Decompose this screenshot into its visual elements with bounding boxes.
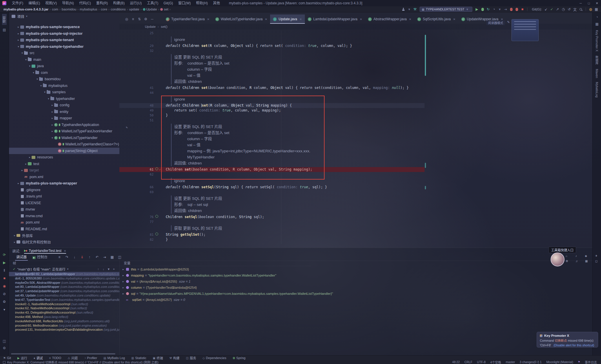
stop-button[interactable]: ■ — [520, 7, 525, 11]
history-icon[interactable]: ◷ — [560, 7, 566, 11]
project-panel-header[interactable]: 项目 ▾ — [9, 12, 119, 20]
stack-frame[interactable]: set:49, Update (com.baomidou.mybatisplus… — [9, 293, 119, 298]
bookmarks-icon[interactable]: ▤ — [0, 28, 9, 32]
menu-代码(C)[interactable]: 代码(C) — [77, 0, 94, 6]
close-icon[interactable]: ✕ — [409, 18, 411, 21]
step-into-icon[interactable]: ↓ — [71, 255, 78, 259]
pencil-icon[interactable]: ✎ — [507, 20, 510, 24]
chevron-down-icon[interactable]: ▾ — [406, 7, 412, 11]
tab-WalletListTypeHandler.java[interactable]: CWalletListTypeHandler.java✕ — [212, 14, 270, 24]
code-line-76[interactable]: 76Children setSql(boolean condition, Str… — [119, 215, 425, 220]
code-editor[interactable]: 25ignore29default Children set(R column,… — [119, 30, 592, 248]
stack-frame[interactable]: invoke:43, DelegatingMethodAccessorImpl … — [9, 310, 119, 315]
code-line-29[interactable]: 29default Children set(R column, Object … — [119, 43, 425, 48]
rollback-icon[interactable]: ↺ — [566, 7, 572, 11]
menu-帮助(H)[interactable]: 帮助(H) — [193, 0, 210, 6]
step-over-icon[interactable]: ↷ — [63, 255, 71, 259]
tree-item-com[interactable]: ▾com — [9, 69, 119, 76]
stack-frame[interactable]: test:47, TypeHandlerTest (com.baomidou.m… — [9, 298, 119, 302]
tree-item-samples[interactable]: ▾samples — [9, 89, 119, 96]
toolwindow-button-服务[interactable]: ◫服务 — [183, 356, 199, 360]
code-line-25[interactable]: 25 — [119, 31, 425, 36]
disable-alert-link[interactable]: (Disable alert for this shortcut) — [554, 343, 594, 347]
tab-SqlScriptUtils.java[interactable]: CSqlScriptUtils.java✕ — [414, 14, 458, 24]
breadcrumb-item[interactable]: Update — [146, 8, 157, 11]
tree-item-mybatis-plus-sample-sequence[interactable]: ▸mybatis-plus-sample-sequence — [9, 24, 119, 30]
sidebar-item-MybatisLog[interactable]: MybatisLog — [595, 82, 599, 98]
toolbox-avatar[interactable] — [551, 253, 564, 266]
tree-item-临时文件和控制台[interactable]: ▸临时文件和控制台 — [9, 239, 119, 246]
tree-item-mybatisplus[interactable]: ▾mybatisplus — [9, 83, 119, 89]
tab-TypeHandlerTest.java[interactable]: CTypeHandlerTest.java✕ — [163, 14, 212, 24]
tree-item-WalletListTypeHandler[interactable]: ▾CWalletListTypeHandler — [9, 135, 119, 141]
tree-item-.travis.yml[interactable]: .travis.yml — [9, 193, 119, 200]
sidebar-item-project[interactable]: 项目 — [2, 14, 7, 25]
search-everywhere-icon[interactable] — [579, 8, 582, 11]
toolwindow-button-Dependencies[interactable]: ◇Dependencies — [199, 356, 230, 360]
status-segment[interactable]: 48:22 — [452, 360, 460, 364]
profile-icon[interactable] — [402, 8, 405, 11]
locate-icon[interactable]: ◎ — [123, 17, 130, 21]
status-segment[interactable]: master — [506, 360, 515, 364]
notifications-icon[interactable]: ◔ — [593, 15, 601, 19]
stack-frame[interactable]: invoke:498, Method (java.lang.reflect) — [9, 315, 119, 319]
tree-item-mybatis-plus-sample-tenant[interactable]: ▸mybatis-plus-sample-tenant — [9, 37, 119, 43]
threads-icon[interactable]: ≡ — [56, 255, 63, 259]
toolbox-icon-row[interactable]: ⚙♫▦◻ — [566, 259, 598, 263]
tree-item-mapper[interactable]: ▸mapper — [9, 115, 119, 122]
variable-sqlSet[interactable]: ∞sqlSet={ArrayList@6257}size = 0 — [120, 297, 311, 303]
tab-debugger[interactable]: 调试器 — [13, 254, 30, 261]
evaluate-icon[interactable]: ▦ — [108, 255, 116, 259]
stack-frame[interactable]: set:37, LambdaUpdateWrapper (com.baomido… — [9, 289, 119, 293]
hide-icon[interactable]: ─ — [149, 17, 155, 21]
mute-breakpoints-icon[interactable]: ⊘ — [0, 292, 9, 296]
menu-窗口(W)[interactable]: 窗口(W) — [176, 0, 193, 6]
stack-frame[interactable]: lambda$set$0:82, LambdaUpdateWrapper (co… — [9, 272, 119, 276]
git-push-button[interactable]: ↗ — [555, 7, 560, 11]
collapse-icon[interactable]: ≡ — [130, 17, 136, 21]
layout-icon[interactable]: ▦ — [593, 22, 601, 26]
stack-frame[interactable]: invoke0:-1, NativeMethodAccessorImpl (su… — [9, 302, 119, 306]
tree-item-LICENSE[interactable]: LICENSE — [9, 200, 119, 206]
close-button[interactable]: ✕ — [593, 0, 601, 6]
sidebar-item-Maven[interactable]: Maven — [595, 69, 599, 78]
tree-item-README.md[interactable]: README.md — [9, 226, 119, 233]
code-line-41[interactable]: 41default Children set(boolean condition… — [119, 85, 425, 90]
toolwindow-button-构建[interactable]: ⚒构建 — [166, 356, 183, 360]
tree-item-config[interactable]: ▸config — [9, 102, 119, 109]
menu-编辑(E)[interactable]: 编辑(E) — [26, 0, 43, 6]
sidebar-item-Key Promoter X[interactable]: Key Promoter X — [595, 30, 599, 52]
variable-val[interactable]: ▸val={Arrays$ArrayList@6255}size = 1 — [120, 278, 311, 284]
close-icon[interactable]: ✕ — [64, 249, 66, 253]
tree-item-mybatis-plus-sample-sql-injector[interactable]: ▸mybatis-plus-sample-sql-injector — [9, 30, 119, 37]
tree-item-baomidou[interactable]: ▾baomidou — [9, 76, 119, 83]
frames-action-icon[interactable]: ▼ — [106, 268, 111, 271]
horizontal-scrollbar[interactable] — [11, 353, 115, 354]
menu-其他[interactable]: 其他 — [210, 0, 223, 6]
tab-Update.java[interactable]: IUpdate.java✕ — [270, 14, 305, 24]
tree-item-WalletListTypeFastJsonHandler[interactable]: ▸CWalletListTypeFastJsonHandler — [9, 128, 119, 135]
sidebar-item-数据库[interactable]: 数据库 — [595, 56, 599, 65]
tree-item-.gitignore[interactable]: .gitignore — [9, 187, 119, 193]
breadcrumb-item[interactable]: update — [129, 8, 139, 11]
toolwindow-button-Spring[interactable]: ✿Spring — [230, 356, 249, 360]
layout-settings-icon[interactable]: ◫ — [116, 255, 123, 259]
breadcrumb-item[interactable]: set — [164, 8, 168, 11]
stop-icon[interactable]: ■ — [0, 276, 9, 280]
tree-item-外部库[interactable]: ▸外部库 — [9, 232, 119, 239]
force-step-into-icon[interactable]: ⇓ — [78, 255, 86, 259]
stack-frame[interactable]: proceed:60, MethodInvocation (org.junit.… — [9, 323, 119, 328]
hotswap-failed-icon[interactable] — [516, 8, 518, 11]
code-line-82[interactable]: 82} — [119, 237, 425, 242]
close-icon[interactable]: ✕ — [300, 18, 302, 21]
stack-frame[interactable]: maybeDo:506, AbstractWrapper (com.baomid… — [9, 281, 119, 285]
status-segment[interactable]: Moonlight (Material) — [546, 360, 573, 364]
toolbox-icon-row[interactable]: ⌂♪◈✈ — [566, 254, 598, 257]
stack-frame[interactable]: doIt:-1, 805536380 (com.baomidou.mybatis… — [9, 276, 119, 281]
view-breakpoints-icon[interactable]: ◉ — [0, 284, 9, 288]
tree-item-typehandler[interactable]: ▾typehandler — [9, 96, 119, 102]
code-line-44[interactable]: 44 — [119, 90, 425, 95]
more-icon[interactable]: ▾ — [0, 308, 9, 312]
stack-frame[interactable]: set:80, LambdaUpdateWrapper (com.baomido… — [9, 285, 119, 289]
debug-session-tab[interactable]: TypeHandlerTest.test ✕ — [24, 248, 66, 254]
